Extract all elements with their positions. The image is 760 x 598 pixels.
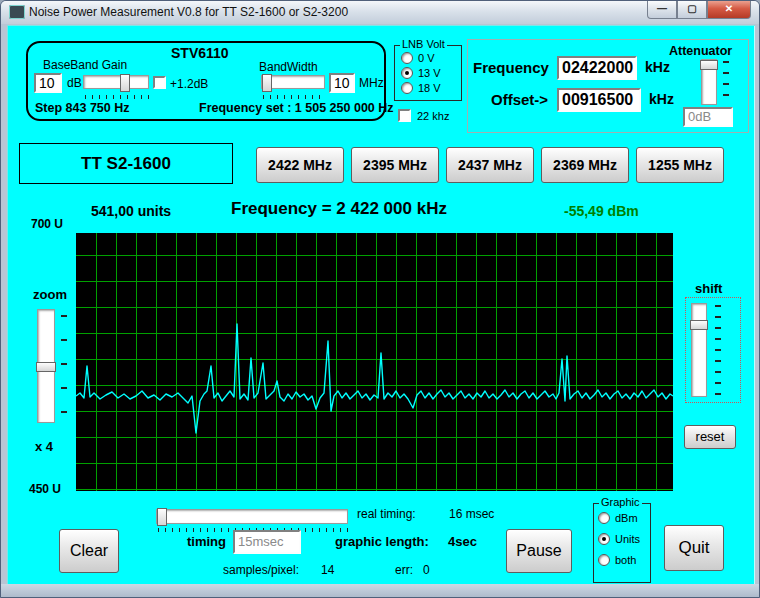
graphic-option-dbm[interactable]: dBm bbox=[598, 510, 650, 525]
real-timing-label: real timing: bbox=[357, 507, 416, 521]
lnb-option-0-v[interactable]: 0 V bbox=[401, 50, 461, 65]
zoom-factor-label: x 4 bbox=[35, 439, 53, 454]
radio-icon[interactable] bbox=[598, 512, 610, 524]
zoom-label: zoom bbox=[33, 287, 67, 302]
shift-slider-thumb[interactable] bbox=[690, 320, 708, 330]
quit-button[interactable]: Quit bbox=[664, 525, 724, 571]
attenuator-slider-thumb[interactable] bbox=[700, 60, 718, 70]
preset-button-row: 2422 MHz2395 MHz2437 MHz2369 MHz1255 MHz bbox=[256, 147, 724, 183]
real-timing-value: 16 msec bbox=[449, 507, 494, 521]
err-value: 0 bbox=[423, 563, 430, 577]
samples-value: 14 bbox=[321, 563, 334, 577]
radio-icon[interactable] bbox=[598, 554, 610, 566]
reset-button[interactable]: reset bbox=[684, 425, 736, 449]
close-button[interactable]: ✕ bbox=[707, 1, 751, 19]
step-label: Step 843 750 Hz bbox=[35, 101, 130, 115]
offset-label: Offset-> bbox=[491, 91, 548, 108]
attenuator-value-field[interactable]: 0dB bbox=[683, 107, 733, 127]
shift-label: shift bbox=[695, 281, 722, 296]
frequency-set-label: Frequency set : 1 505 250 000 Hz bbox=[199, 101, 394, 115]
shift-slider-ticks bbox=[715, 305, 721, 395]
radio-icon[interactable] bbox=[401, 52, 413, 64]
radio-icon[interactable] bbox=[401, 67, 413, 79]
graphic-option-label: dBm bbox=[615, 512, 638, 524]
window-title: Noise Power Measurement V0.8 for TT S2-1… bbox=[29, 1, 348, 24]
khz22-checkbox[interactable] bbox=[398, 109, 411, 122]
baseband-gain-label: BaseBand Gain bbox=[43, 58, 127, 72]
graph-title: Frequency = 2 422 000 kHz bbox=[231, 199, 447, 219]
gain-slider-ticks bbox=[85, 95, 149, 99]
app-window: Noise Power Measurement V0.8 for TT S2-1… bbox=[0, 0, 760, 598]
graphic-group: Graphic dBmUnitsboth bbox=[593, 503, 651, 583]
timing-slider-thumb[interactable] bbox=[157, 508, 167, 526]
chip-label: STV6110 bbox=[171, 45, 229, 61]
gain-slider-thumb[interactable] bbox=[120, 74, 130, 92]
samples-label: samples/pixel: bbox=[223, 563, 299, 577]
lnb-option-label: 0 V bbox=[418, 52, 435, 64]
shift-slider[interactable] bbox=[691, 303, 707, 397]
clear-button[interactable]: Clear bbox=[59, 529, 119, 573]
graphic-option-units[interactable]: Units bbox=[598, 531, 650, 546]
gain-value-field[interactable]: 10 bbox=[34, 73, 62, 93]
zoom-slider[interactable] bbox=[37, 309, 55, 423]
timing-value-field[interactable]: 15msec bbox=[233, 530, 301, 554]
attenuator-label: Attenuator bbox=[669, 44, 732, 58]
bandwidth-slider-ticks bbox=[263, 95, 325, 99]
frequency-unit-label: kHz bbox=[645, 59, 670, 75]
zoom-slider-thumb[interactable] bbox=[36, 362, 56, 372]
boost-checkbox[interactable] bbox=[153, 76, 166, 89]
bandwidth-slider-thumb[interactable] bbox=[262, 74, 272, 92]
frequency-label: Frequency bbox=[473, 59, 549, 76]
bandwidth-slider[interactable] bbox=[261, 75, 325, 89]
graphic-length-value: 4sec bbox=[448, 534, 477, 549]
lnb-option-label: 18 V bbox=[418, 82, 441, 94]
lnb-option-label: 13 V bbox=[418, 67, 441, 79]
y-top-label: 700 U bbox=[31, 217, 63, 231]
radio-icon[interactable] bbox=[598, 533, 610, 545]
frequency-value-field[interactable]: 02422000 bbox=[557, 56, 637, 80]
window-controls: — ▢ ✕ bbox=[647, 1, 751, 19]
y-bottom-label: 450 U bbox=[29, 482, 61, 496]
bw-value-field[interactable]: 10 bbox=[329, 73, 355, 93]
preset-button-2422-mhz[interactable]: 2422 MHz bbox=[256, 147, 344, 183]
graphic-option-both[interactable]: both bbox=[598, 552, 650, 567]
gain-slider[interactable] bbox=[83, 75, 149, 89]
preset-button-1255-mhz[interactable]: 1255 MHz bbox=[636, 147, 724, 183]
minimize-button[interactable]: — bbox=[647, 1, 677, 19]
offset-value-field[interactable]: 00916500 bbox=[557, 88, 641, 112]
pause-button[interactable]: Pause bbox=[506, 529, 572, 573]
lnb-group: LNB Volt 0 V13 V18 V bbox=[394, 45, 462, 101]
client-area: STV6110 BaseBand Gain BandWidth 10 dB +1… bbox=[7, 25, 755, 586]
preset-button-2369-mhz[interactable]: 2369 MHz bbox=[541, 147, 629, 183]
gain-unit-label: dB bbox=[67, 76, 82, 90]
zoom-slider-ticks bbox=[61, 315, 67, 417]
lnb-option-18-v[interactable]: 18 V bbox=[401, 80, 461, 95]
graphic-option-label: Units bbox=[615, 533, 640, 545]
lnb-option-13-v[interactable]: 13 V bbox=[401, 65, 461, 80]
boost-label: +1.2dB bbox=[170, 77, 208, 91]
maximize-button[interactable]: ▢ bbox=[677, 1, 707, 19]
bandwidth-label: BandWidth bbox=[259, 60, 318, 74]
timing-label: timing bbox=[187, 534, 226, 549]
preset-button-2395-mhz[interactable]: 2395 MHz bbox=[351, 147, 439, 183]
units-readout: 541,00 units bbox=[91, 203, 171, 219]
graphic-length-label: graphic length: bbox=[335, 534, 429, 549]
graphic-option-label: both bbox=[615, 554, 636, 566]
offset-unit-label: kHz bbox=[649, 91, 674, 107]
timing-slider[interactable] bbox=[156, 509, 348, 524]
graphic-caption: Graphic bbox=[599, 496, 642, 508]
preset-button-2437-mhz[interactable]: 2437 MHz bbox=[446, 147, 534, 183]
dbm-readout: -55,49 dBm bbox=[564, 203, 639, 219]
attenuator-slider[interactable] bbox=[701, 59, 717, 105]
attenuator-ticks bbox=[723, 61, 729, 105]
lnb-caption: LNB Volt bbox=[400, 38, 447, 50]
device-name-box: TT S2-1600 bbox=[19, 143, 233, 184]
err-label: err: bbox=[395, 563, 413, 577]
app-icon bbox=[9, 5, 25, 19]
spectrum-plot[interactable] bbox=[76, 233, 673, 491]
khz22-label: 22 khz bbox=[417, 110, 449, 122]
radio-icon[interactable] bbox=[401, 82, 413, 94]
title-bar[interactable]: Noise Power Measurement V0.8 for TT S2-1… bbox=[1, 1, 759, 24]
bw-unit-label: MHz bbox=[359, 76, 384, 90]
window-bottom-frame bbox=[1, 584, 759, 597]
